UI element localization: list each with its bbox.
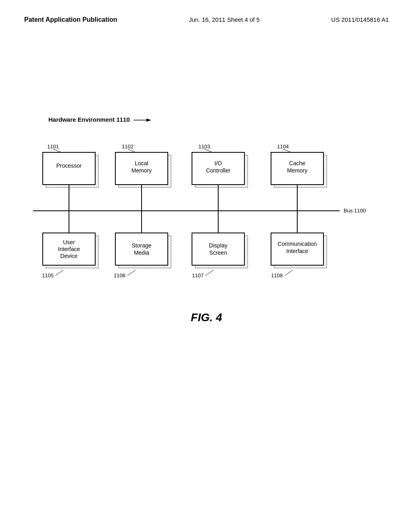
box-storage-label2: Media bbox=[134, 249, 149, 256]
publication-label: Patent Application Publication bbox=[24, 16, 117, 23]
ref-1103-label: 1103 bbox=[198, 143, 210, 150]
svg-rect-27 bbox=[115, 233, 168, 265]
svg-line-4 bbox=[128, 149, 136, 152]
diagram-svg: 1101 1102 1103 1104 Processor bbox=[25, 140, 388, 301]
box-display-label2: Screen bbox=[209, 249, 227, 256]
svg-line-3 bbox=[53, 149, 61, 152]
svg-line-6 bbox=[283, 149, 291, 152]
box-io-controller-label1: I/O bbox=[215, 160, 222, 166]
ref-1108-label: 1108 bbox=[271, 272, 283, 278]
box-cache-memory-label2: Memory bbox=[287, 167, 308, 174]
diagram-area: Hardware Environment 1110 1101 bbox=[24, 116, 389, 324]
svg-line-32 bbox=[55, 270, 63, 276]
svg-line-5 bbox=[204, 149, 213, 152]
ref-1105-label: 1105 bbox=[42, 272, 54, 278]
ref-1104-label: 1104 bbox=[277, 143, 289, 150]
ref-1107-label: 1107 bbox=[192, 272, 204, 278]
svg-line-34 bbox=[205, 270, 213, 276]
box-uid-label1: User bbox=[63, 239, 75, 245]
box-local-memory-label2: Memory bbox=[131, 167, 152, 174]
patent-number-label: US 2011/0145816 A1 bbox=[331, 16, 389, 23]
box-display-label1: Display bbox=[209, 242, 227, 249]
box-comm-label2: Interface bbox=[286, 248, 309, 254]
svg-line-35 bbox=[285, 270, 293, 276]
date-sheet-label: Jun. 16, 2011 Sheet 4 of 5 bbox=[189, 16, 260, 23]
diagram-wrapper: 1101 1102 1103 1104 Processor bbox=[25, 140, 388, 303]
box-uid-label3: Device bbox=[60, 253, 78, 259]
hw-env-label: Hardware Environment 1110 bbox=[48, 116, 130, 123]
hw-env-arrow-icon bbox=[133, 116, 154, 124]
box-cache-memory-label1: Cache bbox=[289, 160, 306, 166]
svg-rect-29 bbox=[192, 233, 244, 265]
svg-marker-1 bbox=[146, 118, 151, 122]
box-processor-label: Processor bbox=[56, 162, 81, 169]
svg-line-33 bbox=[127, 270, 136, 276]
fig-label: FIG. 4 bbox=[24, 311, 389, 324]
box-comm-label1: Communication bbox=[277, 241, 317, 247]
ref-1106-label: 1106 bbox=[114, 272, 125, 278]
header: Patent Application Publication Jun. 16, … bbox=[24, 16, 389, 27]
hw-env-section: Hardware Environment 1110 bbox=[48, 116, 389, 124]
box-storage-label1: Storage bbox=[131, 242, 151, 249]
ref-1101-label: 1101 bbox=[47, 143, 59, 150]
page: Patent Application Publication Jun. 16, … bbox=[0, 0, 413, 532]
ref-1102-label: 1102 bbox=[122, 143, 133, 150]
box-io-controller-label2: Controller bbox=[206, 167, 231, 174]
box-uid-label2: Interface bbox=[58, 246, 80, 252]
box-local-memory-label1: Local bbox=[135, 160, 148, 166]
bus-label: Bus 1100 bbox=[344, 208, 366, 214]
